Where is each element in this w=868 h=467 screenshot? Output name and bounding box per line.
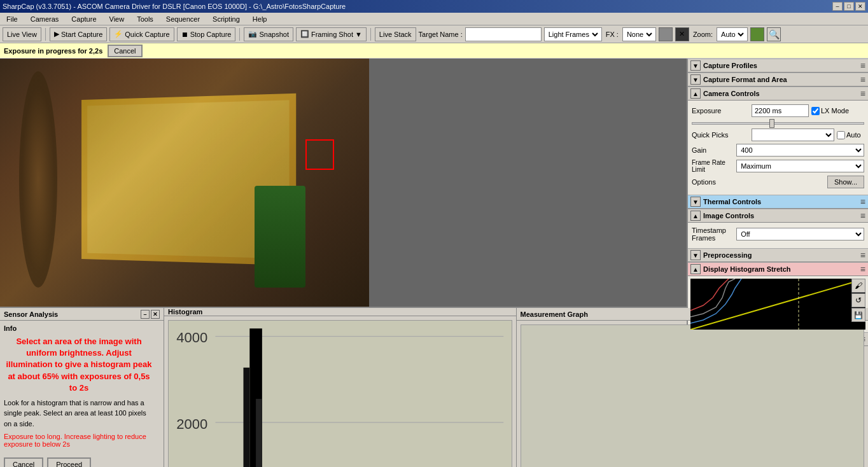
- menu-capture[interactable]: Capture: [67, 14, 100, 24]
- hist-reset-button[interactable]: ↺: [851, 293, 865, 307]
- fx-dropdown[interactable]: None: [622, 27, 656, 41]
- quick-capture-button[interactable]: ⚡ Quick Capture: [109, 27, 174, 41]
- preprocessing-title: Preprocessing: [703, 251, 858, 259]
- sensor-minimize-btn[interactable]: –: [141, 310, 150, 319]
- snapshot-button[interactable]: 📷 Snapshot: [244, 27, 293, 41]
- live-stack-button[interactable]: Live Stack: [375, 27, 416, 41]
- menu-cameras[interactable]: Cameras: [27, 14, 63, 24]
- display-histogram-menu-icon[interactable]: ≡: [860, 264, 865, 274]
- green-button[interactable]: [750, 27, 764, 41]
- main-area: ▼ Capture Profiles ≡ ▼ Capture Format an…: [0, 59, 868, 307]
- minimize-button[interactable]: –: [832, 2, 843, 11]
- menu-scripting[interactable]: Scripting: [209, 14, 244, 24]
- frame-type-dropdown[interactable]: Light Frames: [544, 27, 602, 41]
- collapse-capture-format[interactable]: ▼: [690, 74, 701, 85]
- hist-buttons: 🖌 ↺ 💾: [851, 279, 865, 322]
- show-button[interactable]: Show...: [827, 176, 864, 188]
- histogram-svg: 4000 2000 0: [169, 321, 512, 467]
- frame-type-select[interactable]: Light Frames: [546, 28, 600, 41]
- camera-controls-title: Camera Controls: [703, 90, 858, 97]
- section-camera-controls[interactable]: ▲ Camera Controls ≡: [688, 87, 868, 101]
- search-icon[interactable]: 🔍: [767, 27, 781, 41]
- sensor-cancel-button[interactable]: Cancel: [4, 457, 43, 467]
- auto-checkbox[interactable]: [837, 131, 845, 139]
- hist-save-button[interactable]: 💾: [851, 308, 865, 322]
- collapse-thermal-controls[interactable]: ▼: [690, 197, 701, 207]
- preprocessing-menu-icon[interactable]: ≡: [860, 250, 865, 260]
- options-row: Options Show...: [692, 176, 864, 188]
- start-capture-button[interactable]: ▶ Start Capture: [50, 27, 107, 41]
- section-capture-profiles[interactable]: ▼ Capture Profiles ≡: [688, 59, 868, 73]
- sensor-buttons: Cancel Proceed: [0, 454, 164, 467]
- title-bar-buttons: – □ ✕: [832, 2, 865, 11]
- sensor-title-buttons: – ✕: [141, 310, 160, 319]
- histogram-title: Histogram: [164, 308, 516, 316]
- bottom-section: Sensor Analysis – ✕ Info Select an area …: [0, 307, 868, 467]
- svg-rect-12: [243, 368, 249, 467]
- histogram-title-text: Histogram: [168, 308, 202, 316]
- histogram-stretch-chart: 🖌 ↺ 💾: [690, 279, 865, 330]
- section-display-histogram[interactable]: ▲ Display Histogram Stretch ≡: [688, 262, 868, 276]
- collapse-preprocessing[interactable]: ▼: [690, 250, 701, 260]
- measurement-body: [521, 324, 865, 467]
- thermal-controls-menu-icon[interactable]: ≡: [860, 197, 865, 207]
- capture-format-menu-icon[interactable]: ≡: [860, 74, 865, 85]
- timestamp-select[interactable]: Off: [736, 228, 864, 240]
- frame-rate-label: Frame RateLimit: [692, 159, 734, 173]
- frame-rate-select[interactable]: Maximum: [736, 160, 864, 172]
- fx-select[interactable]: None: [624, 28, 654, 41]
- color-swatch-2[interactable]: ✕: [675, 27, 689, 41]
- menu-view[interactable]: View: [106, 14, 129, 24]
- app-title: SharpCap (v3.3.7051) - ASCOM Camera Driv…: [3, 3, 346, 10]
- lx-mode-checkbox[interactable]: [811, 107, 820, 115]
- menu-file[interactable]: File: [3, 14, 22, 24]
- frame-rate-row: Frame RateLimit Maximum: [692, 159, 864, 173]
- section-preprocessing[interactable]: ▼ Preprocessing ≡: [688, 248, 868, 262]
- target-name-input[interactable]: [465, 27, 542, 41]
- image-controls-menu-icon[interactable]: ≡: [860, 211, 865, 221]
- svg-rect-3: [169, 321, 512, 467]
- stop-capture-button[interactable]: ⏹ Stop Capture: [177, 27, 236, 41]
- target-name-field[interactable]: [467, 29, 540, 40]
- sensor-close-btn[interactable]: ✕: [151, 310, 160, 319]
- sensor-proceed-button[interactable]: Proceed: [47, 457, 91, 467]
- measurement-title-text: Measurement Graph: [521, 310, 588, 318]
- menu-help[interactable]: Help: [249, 14, 271, 24]
- collapse-camera-controls[interactable]: ▲: [690, 88, 701, 99]
- lamp-left: [19, 71, 57, 288]
- close-button[interactable]: ✕: [855, 2, 865, 11]
- notification-bar: Exposure in progress for 2,2s Cancel: [0, 43, 868, 59]
- sensor-title-text: Sensor Analysis: [4, 310, 58, 318]
- exposure-input[interactable]: [752, 104, 809, 117]
- selection-rectangle[interactable]: [305, 139, 334, 170]
- collapse-image-controls[interactable]: ▲: [690, 211, 701, 221]
- collapse-display-histogram[interactable]: ▲: [690, 264, 701, 274]
- collapse-capture-profiles[interactable]: ▼: [690, 60, 701, 71]
- menu-tools[interactable]: Tools: [133, 14, 157, 24]
- maximize-button[interactable]: □: [844, 2, 854, 11]
- exposure-row: Exposure LX Mode: [692, 104, 864, 117]
- gain-row: Gain 400: [692, 144, 864, 157]
- exposure-slider-thumb[interactable]: [769, 119, 774, 128]
- gain-label: Gain: [692, 146, 734, 154]
- quick-picks-select[interactable]: [752, 129, 834, 141]
- zoom-select[interactable]: Auto: [718, 28, 746, 41]
- capture-profiles-menu-icon[interactable]: ≡: [860, 60, 865, 71]
- gain-select[interactable]: 400: [736, 144, 864, 157]
- sensor-body: Info Select an area of the image with un…: [0, 321, 164, 454]
- fx-label: FX :: [606, 31, 619, 38]
- capture-format-title: Capture Format and Area: [703, 76, 858, 83]
- section-capture-format[interactable]: ▼ Capture Format and Area ≡: [688, 73, 868, 87]
- menu-sequencer[interactable]: Sequencer: [162, 14, 204, 24]
- zoom-dropdown[interactable]: Auto: [717, 27, 748, 41]
- section-image-controls[interactable]: ▲ Image Controls ≡: [688, 209, 868, 223]
- live-view-button[interactable]: Live View: [3, 27, 41, 41]
- notification-cancel-button[interactable]: Cancel: [108, 45, 142, 57]
- color-swatch-1[interactable]: [659, 27, 673, 41]
- hist-brush-button[interactable]: 🖌: [851, 279, 865, 293]
- menu-bar: File Cameras Capture View Tools Sequence…: [0, 13, 868, 25]
- framing-shot-button[interactable]: 🔲 Framing Shot ▼: [296, 27, 367, 41]
- section-thermal-controls[interactable]: ▼ Thermal Controls ≡: [688, 195, 868, 209]
- camera-controls-menu-icon[interactable]: ≡: [860, 88, 865, 99]
- camera-controls-content: Exposure LX Mode Quick Picks Auto: [688, 101, 868, 195]
